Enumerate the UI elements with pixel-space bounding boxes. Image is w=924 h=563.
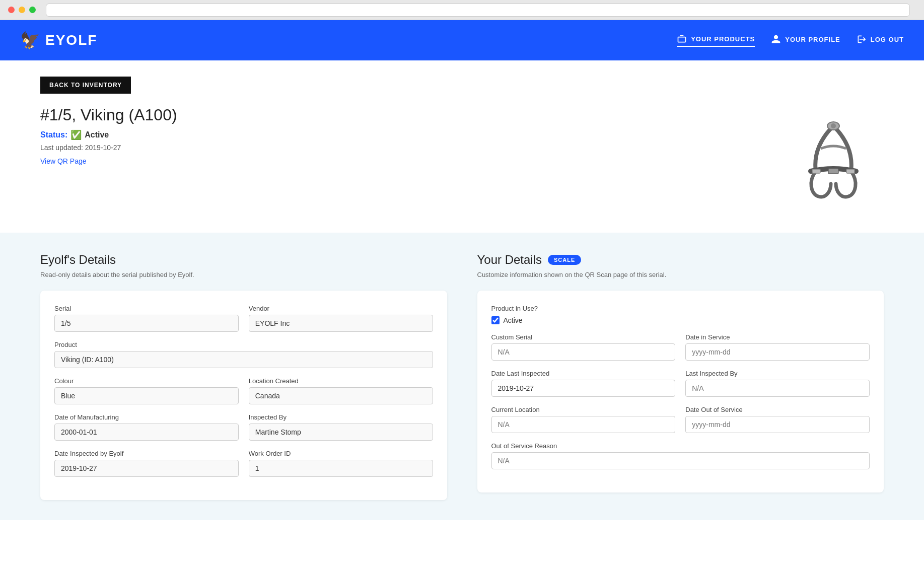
location-created-group: Location Created [249, 377, 433, 404]
serial-label: Serial [54, 305, 239, 312]
back-to-inventory-button[interactable]: BACK TO INVENTORY [40, 77, 131, 94]
eyolf-details-title: Eyolf's Details [40, 253, 447, 267]
work-order-id-input[interactable] [249, 460, 433, 477]
date-last-inspected-input[interactable] [491, 380, 676, 397]
your-details-card: Product in Use? Active Custom Serial Dat… [477, 291, 884, 492]
product-in-use-section: Product in Use? Active [491, 305, 870, 324]
product-title: #1/5, Viking (A100) [40, 106, 177, 124]
custom-serial-group: Custom Serial [491, 333, 676, 361]
svg-point-4 [831, 123, 836, 128]
nav-log-out[interactable]: LOG OUT [857, 34, 904, 46]
nav-your-profile[interactable]: YOUR PROFILE [771, 34, 840, 46]
svg-rect-2 [812, 169, 820, 173]
product-group: Product [54, 341, 433, 368]
last-updated: Last updated: 2019-10-27 [40, 144, 177, 152]
date-inspected-eyolf-label: Date Inspected by Eyolf [54, 450, 239, 457]
out-of-service-reason-label: Out of Service Reason [491, 442, 870, 450]
work-order-id-label: Work Order ID [249, 450, 433, 457]
date-last-inspected-group: Date Last Inspected [491, 370, 676, 397]
product-info: #1/5, Viking (A100) Status: ✅ Active Las… [40, 106, 177, 166]
product-in-use-label: Product in Use? [491, 305, 870, 312]
product-input[interactable] [54, 351, 433, 368]
browser-dot-yellow[interactable] [19, 7, 25, 13]
eyolf-details-subtitle: Read-only details about the serial publi… [40, 271, 447, 278]
colour-location-row: Colour Location Created [54, 377, 433, 404]
active-checkbox-row: Active [491, 316, 870, 324]
your-details-subtitle: Customize information shown on the QR Sc… [477, 271, 884, 278]
date-in-service-input[interactable] [685, 343, 870, 361]
status-label: Status: [40, 130, 67, 139]
work-order-id-group: Work Order ID [249, 450, 433, 477]
last-inspected-by-label: Last Inspected By [685, 370, 870, 377]
current-location-input[interactable] [491, 416, 676, 433]
out-of-service-reason-row: Out of Service Reason [491, 442, 870, 469]
serial-input[interactable] [54, 315, 239, 332]
scale-badge: SCALE [548, 255, 581, 265]
date-in-service-label: Date in Service [685, 333, 870, 341]
harness-svg [793, 111, 874, 212]
logo-icon: 🦅 [20, 31, 41, 50]
inspected-by-group: Inspected By [249, 413, 433, 441]
out-of-service-reason-input[interactable] [491, 452, 870, 469]
last-updated-label: Last updated: [40, 144, 83, 152]
serial-group: Serial [54, 305, 239, 332]
status-line: Status: ✅ Active [40, 129, 177, 140]
product-label: Product [54, 341, 433, 348]
vendor-input[interactable] [249, 315, 433, 332]
custom-serial-label: Custom Serial [491, 333, 676, 341]
logo: 🦅 EYOLF [20, 31, 97, 50]
browser-url-bar[interactable] [46, 4, 910, 17]
location-created-input[interactable] [249, 387, 433, 404]
browser-dot-green[interactable] [29, 7, 36, 13]
your-details-title: Your Details SCALE [477, 253, 884, 267]
nav-your-products[interactable]: YOUR PRODUCTS [677, 34, 755, 47]
nav-your-products-label: YOUR PRODUCTS [691, 35, 755, 43]
products-icon [677, 34, 687, 44]
date-inspected-eyolf-input[interactable] [54, 460, 239, 477]
main-content: BACK TO INVENTORY #1/5, Viking (A100) St… [0, 60, 924, 217]
date-last-inspected-label: Date Last Inspected [491, 370, 676, 377]
out-of-service-reason-group: Out of Service Reason [491, 442, 870, 469]
current-location-group: Current Location [491, 406, 676, 433]
vendor-group: Vendor [249, 305, 433, 332]
date-manufacturing-input[interactable] [54, 424, 239, 441]
date-out-of-service-input[interactable] [685, 416, 870, 433]
custom-serial-date-in-service-row: Custom Serial Date in Service [491, 333, 870, 361]
logout-icon [857, 34, 867, 44]
current-location-date-out-row: Current Location Date Out of Service [491, 406, 870, 433]
eyolf-details-card: Serial Vendor Product Colour [40, 291, 447, 500]
your-details-title-text: Your Details [477, 253, 542, 267]
nav-links: YOUR PRODUCTS YOUR PROFILE LOG OUT [677, 34, 904, 47]
browser-chrome [0, 0, 924, 20]
last-inspected-by-input[interactable] [685, 380, 870, 397]
navigation: 🦅 EYOLF YOUR PRODUCTS YOUR PROFILE LOG O… [0, 20, 924, 60]
date-inspected-eyolf-group: Date Inspected by Eyolf [54, 450, 239, 477]
nav-your-profile-label: YOUR PROFILE [785, 36, 840, 43]
date-manufacturing-label: Date of Manufacturing [54, 413, 239, 421]
active-checkbox[interactable] [491, 316, 500, 324]
date-in-service-group: Date in Service [685, 333, 870, 361]
status-active-icon: ✅ [70, 129, 82, 140]
product-header: #1/5, Viking (A100) Status: ✅ Active Las… [40, 106, 884, 217]
your-details-column: Your Details SCALE Customize information… [477, 253, 884, 500]
view-qr-link[interactable]: View QR Page [40, 157, 87, 165]
inspected-by-input[interactable] [249, 424, 433, 441]
eyolf-details-column: Eyolf's Details Read-only details about … [40, 253, 447, 500]
mfg-inspected-row: Date of Manufacturing Inspected By [54, 413, 433, 441]
product-image [783, 106, 884, 217]
colour-input[interactable] [54, 387, 239, 404]
browser-dot-red[interactable] [8, 7, 15, 13]
svg-rect-1 [828, 169, 838, 174]
last-updated-date: 2019-10-27 [85, 144, 121, 152]
product-row: Product [54, 341, 433, 368]
date-out-of-service-group: Date Out of Service [685, 406, 870, 433]
date-out-of-service-label: Date Out of Service [685, 406, 870, 413]
date-manufacturing-group: Date of Manufacturing [54, 413, 239, 441]
inspected-by-label: Inspected By [249, 413, 433, 421]
nav-log-out-label: LOG OUT [871, 36, 904, 43]
custom-serial-input[interactable] [491, 343, 676, 361]
profile-icon [771, 34, 781, 44]
last-inspected-by-group: Last Inspected By [685, 370, 870, 397]
current-location-label: Current Location [491, 406, 676, 413]
logo-text: EYOLF [45, 32, 97, 48]
